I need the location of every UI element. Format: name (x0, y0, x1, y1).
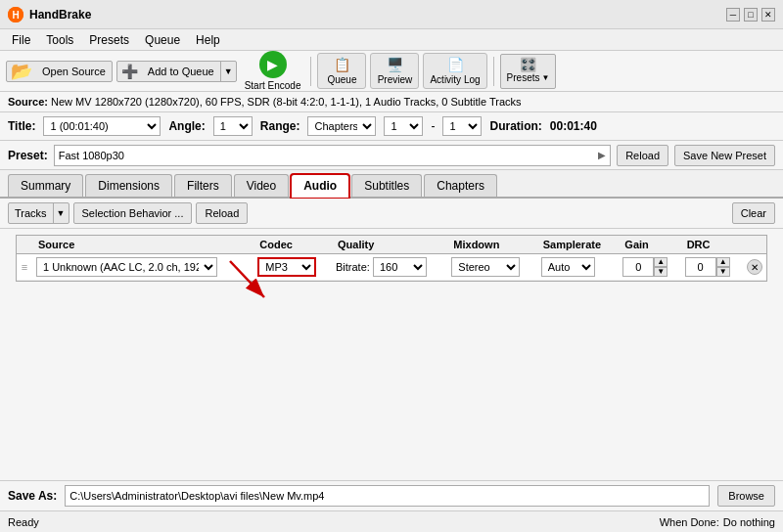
statusbar: Ready When Done: Do nothing (0, 510, 783, 532)
title-row: Title: 1 (00:01:40) Angle: 1 Range: Chap… (0, 112, 783, 141)
add-to-queue-dropdown[interactable]: ▼ (220, 62, 236, 81)
drc-down-button[interactable]: ▼ (716, 267, 730, 277)
source-cell: 1 Unknown (AAC LC, 2.0 ch, 192 kbps) (32, 254, 253, 281)
remove-cell: ✕ (743, 254, 766, 281)
codec-select[interactable]: MP3 (257, 257, 316, 277)
samplerate-select[interactable]: Auto (541, 257, 595, 277)
presets-dropdown-icon[interactable]: ▼ (542, 73, 550, 82)
browse-button[interactable]: Browse (717, 485, 775, 507)
menu-file[interactable]: File (4, 31, 38, 49)
gain-input[interactable] (622, 257, 654, 277)
titlebar: H HandBrake ─ □ ✕ (0, 0, 783, 29)
range-select[interactable]: Chapters (307, 116, 376, 136)
menu-queue[interactable]: Queue (137, 31, 188, 49)
app-title: HandBrake (29, 8, 91, 22)
preview-button[interactable]: 🖥️ Preview (370, 53, 419, 89)
queue-button[interactable]: 📋 Queue (317, 53, 366, 89)
start-encode-button[interactable]: ▶ Start Encode (245, 51, 301, 91)
audio-track-row: ≡ 1 Unknown (AAC LC, 2.0 ch, 192 kbps) M… (17, 254, 766, 281)
tracks-button[interactable]: Tracks ▼ (8, 202, 69, 224)
gain-up-button[interactable]: ▲ (654, 257, 668, 267)
add-to-queue-button[interactable]: ➕ Add to Queue ▼ (116, 61, 237, 82)
menu-help[interactable]: Help (188, 31, 228, 49)
clear-button[interactable]: Clear (732, 202, 775, 224)
title-label: Title: (8, 119, 35, 133)
reload-button[interactable]: Reload (617, 145, 668, 166)
tab-audio[interactable]: Audio (291, 174, 349, 199)
drag-handle[interactable]: ≡ (17, 254, 32, 281)
when-done-section: When Done: Do nothing (660, 516, 775, 528)
gain-down-button[interactable]: ▼ (654, 267, 668, 277)
col-drag (17, 236, 32, 254)
col-remove (743, 236, 766, 254)
duration-label: Duration: (489, 119, 541, 133)
audio-sub-toolbar: Tracks ▼ Selection Behavior ... Reload C… (0, 199, 783, 229)
preset-arrow-icon: ▶ (598, 150, 606, 160)
tracks-dropdown-icon[interactable]: ▼ (53, 203, 69, 223)
window-controls: ─ □ ✕ (726, 8, 775, 22)
tabs-bar: Summary Dimensions Filters Video Audio S… (0, 170, 783, 199)
range-separator: - (431, 119, 435, 133)
source-label: Source: (8, 96, 48, 108)
audio-table: Source Codec Quality Mixdown Samplerate … (17, 236, 766, 281)
preset-label: Preset: (8, 149, 48, 162)
duration-value: 00:01:40 (550, 119, 597, 133)
bitrate-select[interactable]: 160 (373, 257, 427, 277)
tab-chapters[interactable]: Chapters (424, 174, 497, 197)
app-logo: H (8, 7, 23, 22)
chapter-end-select[interactable]: 1 (442, 116, 482, 136)
save-as-label: Save As: (8, 489, 57, 503)
tab-subtitles[interactable]: Subtitles (351, 174, 422, 197)
gain-cell: ▲ ▼ (619, 254, 680, 281)
status-text: Ready (8, 516, 39, 528)
mixdown-select[interactable]: Stereo (451, 257, 520, 277)
col-drc: DRC (681, 236, 743, 254)
audio-table-container: Source Codec Quality Mixdown Samplerate … (16, 235, 767, 282)
close-button[interactable]: ✕ (761, 8, 775, 22)
track-source-select[interactable]: 1 Unknown (AAC LC, 2.0 ch, 192 kbps) (36, 257, 217, 277)
menubar: File Tools Presets Queue Help (0, 29, 783, 51)
preset-value: Fast 1080p30 (59, 150, 598, 161)
toolbar: 📂 Open Source ➕ Add to Queue ▼ ▶ Start E… (0, 51, 783, 92)
angle-label: Angle: (168, 119, 205, 133)
reload-audio-button[interactable]: Reload (196, 202, 248, 224)
svg-text:H: H (12, 10, 19, 21)
col-mixdown: Mixdown (447, 236, 536, 254)
drc-cell: ▲ ▼ (681, 254, 743, 281)
when-done-label: When Done: (660, 516, 719, 528)
col-source: Source (32, 236, 253, 254)
bitrate-label: Bitrate: (336, 261, 370, 273)
samplerate-cell: Auto (537, 254, 620, 281)
open-source-button[interactable]: 📂 Open Source (6, 61, 113, 82)
activity-log-button[interactable]: 📄 Activity Log (423, 53, 486, 89)
col-gain: Gain (619, 236, 680, 254)
range-label: Range: (260, 119, 300, 133)
bottom-bar: Save As: Browse (0, 480, 783, 510)
mixdown-cell: Stereo (447, 254, 536, 281)
tab-filters[interactable]: Filters (174, 174, 232, 197)
title-select[interactable]: 1 (00:01:40) (43, 116, 161, 136)
tab-dimensions[interactable]: Dimensions (85, 174, 172, 197)
minimize-button[interactable]: ─ (726, 8, 740, 22)
selection-behavior-button[interactable]: Selection Behavior ... (73, 202, 193, 224)
col-samplerate: Samplerate (537, 236, 620, 254)
when-done-value[interactable]: Do nothing (723, 516, 775, 528)
menu-presets[interactable]: Presets (81, 31, 137, 49)
angle-select[interactable]: 1 (213, 116, 253, 136)
chapter-start-select[interactable]: 1 (384, 116, 423, 136)
codec-cell: MP3 (253, 254, 332, 281)
drc-input[interactable] (685, 257, 716, 277)
quality-cell: Bitrate: 160 (332, 254, 447, 281)
col-codec: Codec (253, 236, 332, 254)
remove-track-button[interactable]: ✕ (747, 259, 762, 275)
save-path-input[interactable] (65, 485, 710, 507)
source-info: Source: New MV 1280x720 (1280x720), 60 F… (0, 92, 783, 112)
save-new-preset-button[interactable]: Save New Preset (674, 145, 775, 166)
presets-button[interactable]: 🎛️ Presets ▼ (500, 54, 557, 89)
source-value: New MV 1280x720 (1280x720), 60 FPS, SDR … (51, 96, 522, 108)
menu-tools[interactable]: Tools (38, 31, 81, 49)
tab-summary[interactable]: Summary (8, 174, 83, 197)
drc-up-button[interactable]: ▲ (716, 257, 730, 267)
maximize-button[interactable]: □ (744, 8, 758, 22)
tab-video[interactable]: Video (234, 174, 289, 197)
